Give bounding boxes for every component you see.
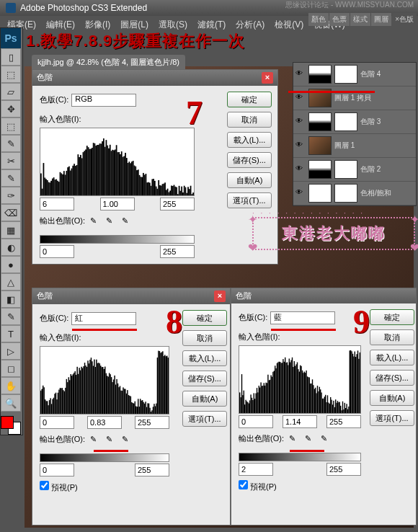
eye-icon[interactable]: 👁 <box>295 69 306 79</box>
in-mid[interactable] <box>283 415 317 428</box>
preview-checkbox[interactable] <box>239 480 248 489</box>
eyedropper-white-icon[interactable]: ✎ <box>318 433 329 444</box>
mask-thumb[interactable] <box>334 160 357 179</box>
out-high[interactable] <box>160 245 195 258</box>
tool-1[interactable]: ⬚ <box>1 66 21 83</box>
tool-5[interactable]: ✎ <box>1 135 21 152</box>
layer-row[interactable]: 👁色階 4 <box>293 63 416 87</box>
cancel-button[interactable]: 取消 <box>182 330 227 346</box>
tab-swatch[interactable]: 色票 <box>329 13 350 26</box>
eyedropper-white-icon[interactable]: ✎ <box>119 215 130 226</box>
tool-9[interactable]: ⌫ <box>1 204 21 221</box>
in-high[interactable] <box>135 416 169 429</box>
in-high[interactable] <box>326 415 361 428</box>
tool-18[interactable]: ◻ <box>1 360 21 377</box>
out-high[interactable] <box>135 464 169 476</box>
eye-icon[interactable]: 👁 <box>295 117 306 127</box>
eyedropper-gray-icon[interactable]: ✎ <box>103 433 115 445</box>
tool-7[interactable]: ✎ <box>1 169 21 187</box>
mask-thumb[interactable] <box>334 65 357 84</box>
tool-4[interactable]: ⬚ <box>1 118 21 135</box>
output-gradient[interactable] <box>40 453 169 462</box>
out-low[interactable] <box>40 245 74 258</box>
layer-thumb[interactable] <box>308 112 332 131</box>
tool-16[interactable]: T <box>1 325 21 342</box>
tool-2[interactable]: ▱ <box>1 83 21 100</box>
eyedropper-gray-icon[interactable]: ✎ <box>103 215 115 226</box>
foreground-color[interactable] <box>1 416 14 429</box>
layer-row[interactable]: 👁圖層 1 <box>293 134 416 158</box>
mask-thumb[interactable] <box>334 184 357 203</box>
output-gradient[interactable] <box>239 453 361 461</box>
preview-checkbox[interactable] <box>40 481 49 490</box>
layer-row[interactable]: 👁色階 2 <box>293 158 416 182</box>
eyedropper-gray-icon[interactable]: ✎ <box>302 433 314 444</box>
tab-layer[interactable]: 圖層 <box>371 13 391 26</box>
load-button[interactable]: 載入(L)... <box>182 350 227 366</box>
ok-button[interactable]: 確定 <box>227 92 272 107</box>
tool-0[interactable]: ▯ <box>1 48 21 66</box>
layer-row[interactable]: 👁圖層 1 拷貝 <box>293 87 416 110</box>
tool-8[interactable]: ✑ <box>1 187 21 204</box>
channel-select[interactable]: RGB <box>71 94 136 107</box>
color-swatch[interactable] <box>1 416 22 435</box>
ok-button[interactable]: 確定 <box>370 309 414 325</box>
eyedropper-black-icon[interactable]: ✎ <box>286 433 298 444</box>
in-mid[interactable] <box>100 198 135 210</box>
cancel-button[interactable]: 取消 <box>227 112 272 128</box>
eyedropper-black-icon[interactable]: ✎ <box>87 433 99 445</box>
auto-button[interactable]: 自動(A) <box>182 391 227 407</box>
save-button[interactable]: 儲存(S)... <box>227 152 272 168</box>
close-icon[interactable]: × <box>262 72 273 84</box>
in-low[interactable] <box>239 415 273 428</box>
out-low[interactable] <box>40 464 74 476</box>
tool-11[interactable]: ◐ <box>1 239 21 256</box>
tool-6[interactable]: ✂ <box>1 152 21 169</box>
auto-button[interactable]: 自動(A) <box>370 390 414 406</box>
out-low[interactable] <box>239 463 273 476</box>
options-button[interactable]: 選項(T)... <box>370 410 414 426</box>
tool-12[interactable]: ● <box>1 256 21 273</box>
eye-icon[interactable]: 👁 <box>295 164 306 174</box>
tab-style[interactable]: 樣式 <box>350 13 370 26</box>
save-button[interactable]: 儲存(S)... <box>370 370 414 386</box>
tool-20[interactable]: 🔍 <box>1 394 21 412</box>
in-mid[interactable] <box>87 416 122 429</box>
layer-thumb[interactable] <box>308 136 332 155</box>
layer-thumb[interactable] <box>308 65 332 84</box>
document-tab[interactable]: kjjlh.jpg @ 42.8% (色階 4, 圖層遮色片/8) <box>32 55 185 70</box>
layer-row[interactable]: 👁色階 3 <box>293 110 416 134</box>
cancel-button[interactable]: 取消 <box>370 329 414 345</box>
in-low[interactable] <box>40 198 74 210</box>
channel-select[interactable]: 紅 <box>71 312 136 325</box>
in-high[interactable] <box>160 198 195 210</box>
layer-row[interactable]: 👁色相/飽和 <box>293 182 416 205</box>
eyedropper-black-icon[interactable]: ✎ <box>87 215 99 226</box>
layer-thumb[interactable] <box>308 184 332 203</box>
auto-button[interactable]: 自動(A) <box>227 172 272 188</box>
close-icon[interactable]: × <box>214 291 226 302</box>
options-button[interactable]: 選項(T)... <box>227 192 272 208</box>
channel-select[interactable]: 藍 <box>270 311 335 324</box>
load-button[interactable]: 載入(L)... <box>370 350 414 365</box>
out-high[interactable] <box>326 463 361 476</box>
options-button[interactable]: 選項(T)... <box>182 411 227 427</box>
mask-thumb[interactable] <box>334 112 357 131</box>
in-low[interactable] <box>40 416 74 429</box>
tab-color[interactable]: 顏色 <box>308 13 329 26</box>
tool-13[interactable]: △ <box>1 273 21 291</box>
ok-button[interactable]: 確定 <box>182 310 227 326</box>
output-gradient[interactable] <box>40 235 195 244</box>
tool-14[interactable]: ◧ <box>1 291 21 308</box>
eye-icon[interactable]: 👁 <box>295 93 306 103</box>
tab-channel[interactable]: ×色版 <box>392 13 417 26</box>
load-button[interactable]: 載入(L)... <box>227 132 272 148</box>
eye-icon[interactable]: 👁 <box>295 141 306 151</box>
tool-17[interactable]: ▷ <box>1 342 21 360</box>
menu-view[interactable]: 檢視(V) <box>270 17 308 32</box>
tool-15[interactable]: ✎ <box>1 308 21 325</box>
save-button[interactable]: 儲存(S)... <box>182 371 227 386</box>
eyedropper-white-icon[interactable]: ✎ <box>119 433 130 445</box>
tool-19[interactable]: ✋ <box>1 377 21 394</box>
tool-3[interactable]: ✥ <box>1 100 21 118</box>
